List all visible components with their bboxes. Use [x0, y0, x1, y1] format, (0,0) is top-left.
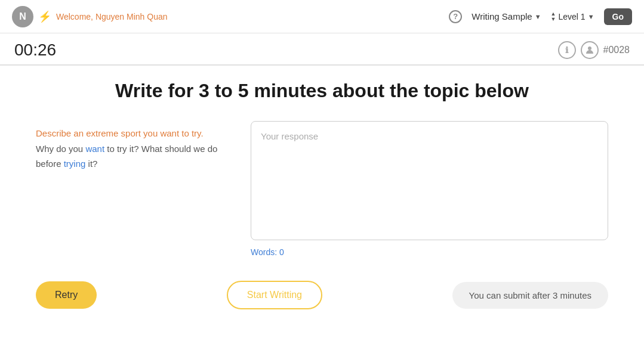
svg-point-0 — [588, 46, 591, 50]
level-dropdown[interactable]: ▲▼ Level 1 ▼ — [551, 11, 594, 22]
words-label: Words: — [251, 247, 277, 257]
info-circle-icon[interactable]: ℹ — [558, 41, 576, 59]
prompt-text: Describe an extreme sport you want to tr… — [36, 126, 227, 172]
prompt-part-1: Describe an extreme sport you want to tr… — [36, 128, 204, 138]
writing-sample-label: Writing Sample — [472, 11, 532, 21]
timer-row: 00:26 ℹ #0028 — [0, 33, 644, 64]
prompt-section: Describe an extreme sport you want to tr… — [36, 121, 227, 172]
bolt-icon: ⚡ — [38, 10, 51, 23]
submit-info: You can submit after 3 minutes — [452, 282, 608, 309]
level-label: Level 1 — [559, 12, 586, 21]
header-center: ? Writing Sample ▼ ▲▼ Level 1 ▼ Go — [449, 8, 632, 25]
prompt-want: want — [85, 144, 104, 154]
welcome-text: Welcome, Nguyen Minh Quan — [56, 12, 168, 21]
chevron-down-icon: ▼ — [535, 13, 541, 20]
item-number: #0028 — [603, 45, 630, 55]
username: Nguyen Minh Quan — [95, 12, 168, 21]
timer-display: 00:26 — [14, 41, 56, 60]
response-textarea[interactable] — [251, 121, 608, 240]
timer-right: ℹ #0028 — [558, 41, 630, 59]
footer-buttons: Retry Start Writting You can submit afte… — [0, 269, 644, 319]
level-arrows-icon: ▲▼ — [551, 11, 556, 22]
content-area: Describe an extreme sport you want to tr… — [36, 121, 608, 257]
response-section: Words: 0 — [251, 121, 608, 257]
start-writing-button[interactable]: Start Writting — [227, 281, 322, 309]
header: N ⚡ Welcome, Nguyen Minh Quan ? Writing … — [0, 0, 644, 33]
retry-button[interactable]: Retry — [36, 281, 97, 309]
person-icon[interactable] — [581, 41, 599, 59]
word-count: Words: 0 — [251, 247, 608, 257]
words-count: 0 — [279, 247, 284, 257]
header-left: N ⚡ Welcome, Nguyen Minh Quan — [12, 6, 449, 27]
help-icon[interactable]: ? — [449, 10, 462, 23]
avatar: N — [12, 6, 33, 27]
prompt-trying: trying — [64, 159, 86, 169]
main-content: Write for 3 to 5 minutes about the topic… — [0, 66, 644, 269]
go-button[interactable]: Go — [604, 8, 632, 25]
writing-sample-dropdown[interactable]: Writing Sample ▼ — [472, 11, 541, 21]
level-chevron-icon: ▼ — [588, 13, 594, 20]
main-title: Write for 3 to 5 minutes about the topic… — [36, 80, 608, 102]
